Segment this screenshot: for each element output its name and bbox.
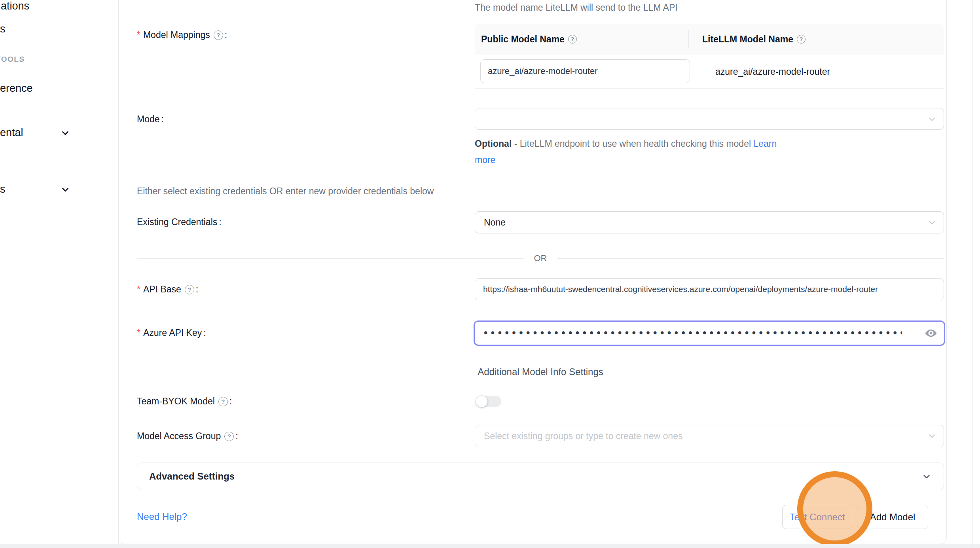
sidebar-item-inference[interactable]: erence — [0, 82, 33, 95]
add-model-form-screen: ations s TOOLS erence ental s The model … — [0, 0, 980, 548]
chevron-down-icon — [60, 184, 70, 195]
need-help-link[interactable]: Need Help? — [137, 511, 187, 522]
additional-info-divider-text: Additional Model Info Settings — [467, 366, 614, 377]
model-access-group-placeholder: Select existing groups or type to create… — [484, 431, 682, 442]
model-access-group-select[interactable]: Select existing groups or type to create… — [475, 425, 944, 447]
toggle-knob — [476, 396, 487, 407]
test-connect-button[interactable]: Test Connect — [782, 505, 852, 529]
required-asterisk: * — [137, 30, 140, 40]
help-icon[interactable] — [224, 432, 234, 441]
sidebar-item-experimental[interactable]: ental — [0, 127, 23, 139]
mode-select[interactable] — [475, 108, 944, 130]
help-icon[interactable] — [218, 397, 228, 406]
sidebar-item-organizations[interactable]: ations — [1, 0, 29, 12]
model-name-hint: The model name LiteLLM will send to the … — [475, 2, 678, 13]
chevron-down-icon — [928, 218, 936, 227]
model-access-group-label: Model Access Group — [137, 431, 238, 442]
azure-api-key-field[interactable]: ••••••••••••••••••••••••••••••••••••••••… — [474, 320, 945, 346]
api-base-field — [475, 278, 944, 300]
advanced-settings-title: Advanced Settings — [149, 471, 921, 482]
model-mappings-table: Public Model Name LiteLLM Model Name azu… — [475, 24, 944, 89]
scrollbar-track[interactable] — [972, 0, 973, 548]
advanced-settings-panel[interactable]: Advanced Settings — [137, 463, 944, 490]
help-icon[interactable] — [185, 285, 194, 294]
sidebar-item-fragment-1[interactable]: s — [0, 23, 6, 35]
existing-credentials-label: Existing Credentials — [137, 217, 222, 228]
chevron-down-icon — [60, 128, 70, 138]
team-byok-label: Team-BYOK Model — [137, 396, 232, 407]
chevron-down-icon — [928, 115, 936, 123]
or-divider: OR — [137, 253, 944, 264]
add-model-button[interactable]: Add Model — [857, 505, 928, 529]
public-model-name-header: Public Model Name — [481, 34, 565, 45]
mode-help-text: Optional - LiteLLM endpoint to use when … — [475, 138, 839, 165]
required-asterisk: * — [137, 328, 140, 338]
api-base-label: * API Base — [137, 284, 198, 295]
additional-info-divider: Additional Model Info Settings — [137, 366, 944, 377]
sidebar: ations s TOOLS erence ental s — [0, 0, 119, 548]
sidebar-section-tools: TOOLS — [0, 55, 25, 64]
model-mappings-label: * Model Mappings — [137, 30, 227, 40]
page-bottom-strip — [0, 544, 980, 548]
chevron-down-icon — [921, 471, 932, 482]
help-icon[interactable] — [797, 35, 806, 44]
mode-label: Mode — [137, 114, 164, 125]
help-icon[interactable] — [214, 30, 223, 40]
eye-icon[interactable] — [924, 326, 938, 340]
litellm-model-name-header: LiteLLM Model Name — [702, 34, 793, 45]
learn-more-link[interactable]: more — [475, 155, 495, 165]
team-byok-toggle[interactable] — [476, 396, 501, 407]
credentials-note: Either select existing credentials OR en… — [137, 186, 434, 197]
masked-api-key-value: ••••••••••••••••••••••••••••••••••••••••… — [475, 327, 902, 339]
existing-credentials-select[interactable]: None — [475, 211, 944, 233]
help-icon[interactable] — [568, 35, 577, 44]
api-base-input[interactable] — [475, 279, 944, 300]
public-model-name-input[interactable] — [480, 59, 690, 83]
or-divider-text: OR — [524, 253, 557, 264]
litellm-model-name-value: azure_ai/azure-model-router — [702, 55, 830, 89]
azure-api-key-label: * Azure API Key — [137, 328, 206, 338]
required-asterisk: * — [137, 284, 140, 295]
chevron-down-icon — [928, 432, 936, 440]
model-mappings-table-header: Public Model Name LiteLLM Model Name — [475, 24, 944, 55]
existing-credentials-value: None — [484, 217, 506, 228]
sidebar-item-settings[interactable]: s — [0, 183, 6, 195]
learn-more-link[interactable]: Learn — [753, 138, 777, 149]
model-mappings-table-row: azure_ai/azure-model-router — [475, 55, 944, 89]
